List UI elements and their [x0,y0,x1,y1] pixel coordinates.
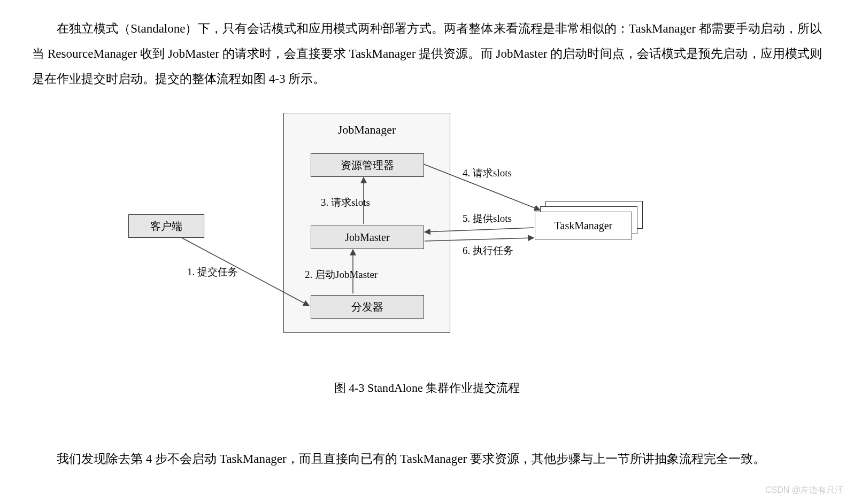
job-master-label: JobMaster [345,231,389,244]
jobmanager-container: JobManager 资源管理器 JobMaster 分发器 [283,113,450,333]
edge-label-1: 1. 提交任务 [187,265,238,279]
edge-label-5: 5. 提供slots [463,212,512,226]
resource-manager-box: 资源管理器 [311,153,424,177]
client-label: 客户端 [150,219,182,234]
taskmanager-stack: TaskManager [535,201,642,249]
resource-manager-label: 资源管理器 [341,158,394,173]
figure-caption: 图 4-3 StandAlone 集群作业提交流程 [32,380,822,396]
client-box: 客户端 [128,214,204,238]
edge-label-3: 3. 请求slots [321,196,370,210]
paragraph-1: 在独立模式（Standalone）下，只有会话模式和应用模式两种部署方式。两者整… [32,16,822,91]
diagram-canvas: 客户端 JobManager 资源管理器 JobMaster 分发器 TaskM… [128,107,690,343]
paragraph-2: 我们发现除去第 4 步不会启动 TaskManager，而且直接向已有的 Tas… [32,446,813,471]
taskmanager-box-front: TaskManager [535,212,632,239]
edge-label-6: 6. 执行任务 [463,244,513,258]
figure-4-3: 客户端 JobManager 资源管理器 JobMaster 分发器 TaskM… [32,107,822,375]
watermark-text: CSDN @左边有只汪 [765,485,843,496]
edge-label-2: 2. 启动JobMaster [305,268,378,282]
taskmanager-label: TaskManager [555,220,613,232]
dispatcher-box: 分发器 [311,295,424,319]
dispatcher-label: 分发器 [351,300,383,314]
job-master-box: JobMaster [311,226,424,249]
jobmanager-title: JobManager [284,123,450,137]
edge-label-4: 4. 请求slots [463,166,512,180]
document-page: 在独立模式（Standalone）下，只有会话模式和应用模式两种部署方式。两者整… [0,0,854,504]
